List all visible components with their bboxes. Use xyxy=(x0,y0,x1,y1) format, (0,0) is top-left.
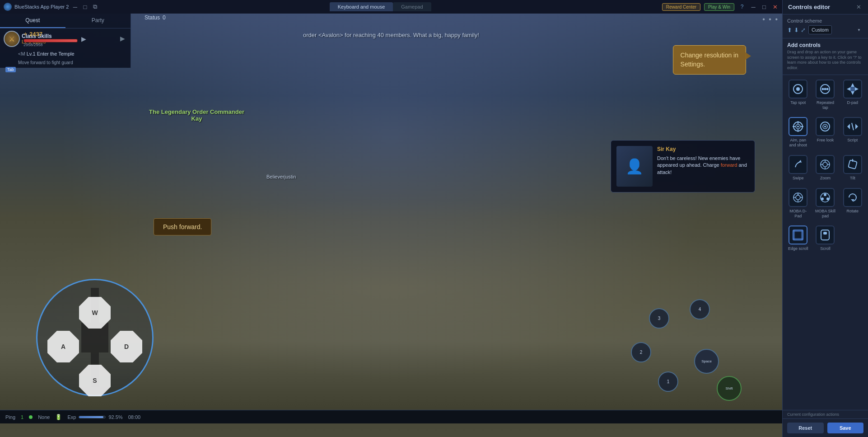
ctrl-moba-skill-pad[interactable]: MOBA Skill pad xyxy=(813,186,837,221)
svg-marker-8 xyxy=(847,87,850,91)
minimize-win-button[interactable]: ─ xyxy=(750,4,757,10)
ctrl-zoom[interactable]: Zoom xyxy=(813,153,837,183)
game-area: BlueStacks App Player 2 ─ □ ⧉ Keyboard a… xyxy=(0,0,782,437)
aim-pan-shoot-label: Aim, pan and shoot xyxy=(787,138,809,148)
tab-bar: Keyboard and mouse Gamepad xyxy=(98,2,662,11)
free-look-label: Free look xyxy=(817,138,834,143)
free-look-icon xyxy=(816,117,835,136)
ctrl-script[interactable]: Script xyxy=(841,115,864,150)
add-controls-desc: Drag and drop an action on your game scr… xyxy=(787,50,863,71)
skill-button-2[interactable]: 2 xyxy=(631,342,651,362)
control-scheme-section: Control scheme ⬆ ⬇ ⤢ Custom xyxy=(783,14,868,38)
player-label: Believerjustin xyxy=(266,174,296,179)
controls-grid: Tap spot Repeated tap xyxy=(783,75,868,410)
export-icon[interactable]: ⬇ xyxy=(794,27,799,33)
ctrl-free-look[interactable]: Free look xyxy=(813,115,837,150)
scheme-row: ⬆ ⬇ ⤢ Custom xyxy=(787,25,863,34)
dialogue-text: Don't be careless! New enemies have appe… xyxy=(657,155,749,176)
guild-icon: ⚜ xyxy=(23,32,28,37)
save-button[interactable]: Save xyxy=(827,423,864,433)
scheme-select[interactable]: Custom xyxy=(808,25,832,34)
ctrl-d-pad[interactable]: D-pad xyxy=(841,78,864,112)
scroll-icon xyxy=(816,226,835,244)
close-panel-icon[interactable]: ✕ xyxy=(854,4,863,10)
swipe-icon xyxy=(789,155,807,174)
moba-skill-pad-label: MOBA Skill pad xyxy=(814,209,836,219)
maximize-button[interactable]: □ xyxy=(81,4,89,10)
exp-bar-container: Exp 92.5% xyxy=(67,414,122,420)
tab-keyboard-mouse[interactable]: Keyboard and mouse xyxy=(330,2,393,11)
tab-gamepad[interactable]: Gamepad xyxy=(393,2,431,11)
skill-button-shift[interactable]: Shift xyxy=(717,376,742,401)
tilt-label: Tilt xyxy=(850,176,855,181)
svg-marker-21 xyxy=(847,124,850,129)
time-display: 08:00 xyxy=(128,414,141,420)
ctrl-edge-scroll[interactable]: Edge scroll xyxy=(786,224,810,253)
player-stats: ⚜ 2437 2958/2958 xyxy=(23,31,78,47)
svg-point-20 xyxy=(824,126,826,127)
expand-arrow[interactable]: ▶ xyxy=(81,35,86,42)
moba-d-pad-label: MOBA D-Pad xyxy=(787,209,809,219)
exp-bar xyxy=(79,416,106,418)
edge-scroll-icon xyxy=(789,226,807,244)
reward-center-button[interactable]: Reward Center xyxy=(662,3,700,11)
dpad-container: W A D S xyxy=(36,279,154,396)
quest-tab-quest[interactable]: Quest xyxy=(0,14,65,28)
status-value: 0 xyxy=(163,14,166,21)
ctrl-repeated-tap[interactable]: Repeated tap xyxy=(813,78,837,112)
quest-tab-party[interactable]: Party xyxy=(65,14,131,28)
close-win-button[interactable]: ✕ xyxy=(771,4,779,10)
dpad-down[interactable]: S xyxy=(79,365,111,396)
resolution-line1: Change resolution in xyxy=(681,52,738,59)
minimize-button[interactable]: ─ xyxy=(71,4,79,10)
restore-button[interactable]: ⧉ xyxy=(91,3,98,10)
skill-button-3[interactable]: 3 xyxy=(649,308,669,329)
dots-menu[interactable]: • • • xyxy=(762,15,779,23)
ctrl-rotate[interactable]: Rotate xyxy=(841,186,864,221)
app-icon xyxy=(4,3,12,11)
exp-label: Exp xyxy=(67,414,76,420)
maximize-win-button[interactable]: □ xyxy=(761,4,768,10)
svg-line-23 xyxy=(852,123,854,130)
top-bar: BlueStacks App Player 2 ─ □ ⧉ Keyboard a… xyxy=(0,0,782,14)
dpad-up[interactable]: W xyxy=(79,297,111,329)
ctrl-moba-d-pad[interactable]: MOBA D-Pad xyxy=(786,186,810,221)
skill-button-1[interactable]: 1 xyxy=(658,371,678,392)
tooltip-arrow xyxy=(746,52,751,60)
repeated-tap-icon xyxy=(816,80,835,99)
svg-rect-51 xyxy=(821,230,829,240)
ctrl-scroll[interactable]: Scroll xyxy=(813,224,837,253)
import-icon[interactable]: ⬆ xyxy=(787,27,792,33)
skill-button-space[interactable]: Space xyxy=(694,349,719,374)
dpad-right[interactable]: D xyxy=(111,331,142,362)
share-icon[interactable]: ⤢ xyxy=(801,27,806,33)
skill-button-4[interactable]: 4 xyxy=(690,299,710,320)
scheme-select-wrapper[interactable]: Custom xyxy=(808,25,863,34)
ctrl-swipe[interactable]: Swipe xyxy=(786,153,810,183)
quest-entry-main: Lv.1 Enter the Temple xyxy=(27,51,75,56)
ping-value: 1 xyxy=(21,414,23,420)
player-name-row: ⚜ 2437 xyxy=(23,31,78,38)
dpad-left[interactable]: A xyxy=(47,331,79,362)
ctrl-tilt[interactable]: Tilt xyxy=(841,153,864,183)
avatar: ⚔ xyxy=(4,31,20,47)
controls-header: Controls editor ✕ xyxy=(783,0,868,14)
svg-marker-6 xyxy=(851,83,854,87)
play-win-button[interactable]: Play & Win xyxy=(704,3,734,11)
reset-button[interactable]: Reset xyxy=(787,423,824,433)
resolution-line2: Settings. xyxy=(681,61,705,68)
d-pad-icon xyxy=(843,80,862,99)
add-controls-section: Add controls Drag and drop an action on … xyxy=(783,38,868,75)
zoom-icon xyxy=(816,155,835,174)
svg-point-4 xyxy=(824,88,826,90)
scheme-label: Control scheme xyxy=(787,18,863,23)
ctrl-aim-pan-shoot[interactable]: Aim, pan and shoot xyxy=(786,115,810,150)
svg-point-35 xyxy=(796,195,800,200)
aim-pan-shoot-icon xyxy=(789,117,807,136)
add-controls-title: Add controls xyxy=(787,42,863,48)
npc-map-name: The Legendary Order Commander Kay xyxy=(149,108,244,122)
svg-marker-40 xyxy=(797,193,799,195)
help-icon[interactable]: ? xyxy=(738,4,746,10)
ctrl-tap-spot[interactable]: Tap spot xyxy=(786,78,810,112)
health-bar xyxy=(23,39,78,42)
